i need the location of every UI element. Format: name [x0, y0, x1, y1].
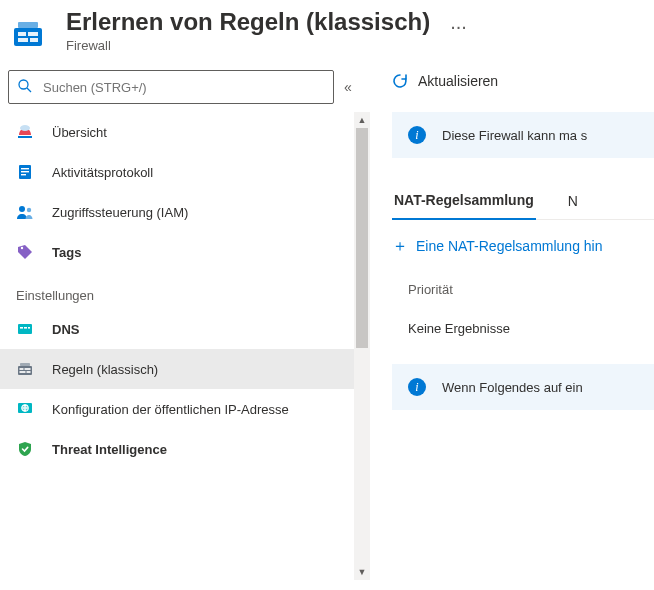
svg-rect-3 — [28, 32, 38, 36]
sidebar-group-settings: Einstellungen — [0, 272, 370, 309]
svg-rect-25 — [27, 371, 31, 373]
resource-type-subtitle: Firewall — [66, 38, 430, 53]
add-nat-rule-collection-button[interactable]: ＋ Eine NAT-Regelsammlung hin — [392, 238, 654, 254]
more-actions-button[interactable]: ··· — [440, 8, 477, 44]
tags-icon — [16, 243, 34, 261]
threat-intelligence-icon — [16, 440, 34, 458]
rule-collection-tabs: NAT-Regelsammlung N — [392, 192, 654, 220]
menu-search[interactable] — [8, 70, 334, 104]
svg-rect-12 — [21, 174, 26, 175]
search-icon — [17, 78, 33, 97]
svg-rect-11 — [21, 171, 29, 172]
scrollbar-thumb[interactable] — [356, 128, 368, 348]
tab-next-rule-collection[interactable]: N — [566, 193, 580, 219]
sidebar-item-label: Regeln (klassisch) — [52, 362, 158, 377]
info-banner-conditional: i Wenn Folgendes auf ein — [392, 364, 654, 410]
svg-rect-19 — [28, 327, 30, 329]
svg-rect-16 — [18, 324, 32, 334]
add-nat-label: Eine NAT-Regelsammlung hin — [416, 238, 603, 254]
sidebar-item-label: Konfiguration der öffentlichen IP-Adress… — [52, 402, 289, 417]
sidebar-item-label: Zugriffssteuerung (IAM) — [52, 205, 188, 220]
plus-icon: ＋ — [392, 238, 408, 254]
sidebar-item-rules-classic[interactable]: Regeln (klassisch) — [0, 349, 370, 389]
sidebar-item-label: Tags — [52, 245, 81, 260]
svg-point-6 — [19, 80, 28, 89]
svg-rect-22 — [20, 368, 24, 370]
info-banner-text-2: Wenn Folgendes auf ein — [442, 380, 583, 395]
tab-nat-rule-collection[interactable]: NAT-Regelsammlung — [392, 192, 536, 220]
sidebar-item-dns[interactable]: DNS — [0, 309, 370, 349]
refresh-label: Aktualisieren — [418, 73, 498, 89]
svg-rect-1 — [18, 22, 38, 28]
svg-point-14 — [27, 208, 31, 212]
no-results-text: Keine Ergebnisse — [392, 321, 654, 336]
svg-rect-17 — [20, 327, 23, 329]
info-icon: i — [408, 378, 426, 396]
iam-icon — [16, 203, 34, 221]
svg-rect-21 — [20, 363, 30, 366]
sidebar-item-iam[interactable]: Zugriffssteuerung (IAM) — [0, 192, 370, 232]
sidebar-item-tags[interactable]: Tags — [0, 232, 370, 272]
sidebar-item-label: Threat Intelligence — [52, 442, 167, 457]
svg-rect-4 — [18, 38, 28, 42]
info-icon: i — [408, 126, 426, 144]
info-banner-manageable: i Diese Firewall kann ma s — [392, 112, 654, 158]
svg-point-8 — [20, 125, 30, 131]
svg-rect-0 — [14, 28, 42, 46]
sidebar-item-public-ip-config[interactable]: Konfiguration der öffentlichen IP-Adress… — [0, 389, 370, 429]
svg-rect-23 — [25, 368, 31, 370]
public-ip-icon — [16, 400, 34, 418]
sidebar-scrollbar[interactable]: ▲ ▼ — [354, 112, 370, 580]
svg-rect-5 — [30, 38, 38, 42]
svg-point-13 — [19, 206, 25, 212]
info-banner-text: Diese Firewall kann ma s — [442, 128, 587, 143]
sidebar-item-label: Übersicht — [52, 125, 107, 140]
sidebar-item-label: DNS — [52, 322, 79, 337]
svg-rect-2 — [18, 32, 26, 36]
firewall-resource-icon — [8, 14, 48, 54]
refresh-icon — [392, 73, 408, 89]
refresh-button[interactable]: Aktualisieren — [392, 73, 498, 89]
scrollbar-up-button[interactable]: ▲ — [354, 112, 370, 128]
sidebar-item-label: Aktivitätsprotokoll — [52, 165, 153, 180]
svg-rect-18 — [24, 327, 27, 329]
overview-icon — [16, 123, 34, 141]
sidebar-item-threat-intelligence[interactable]: Threat Intelligence — [0, 429, 370, 469]
svg-rect-10 — [21, 168, 29, 169]
sidebar-item-overview[interactable]: Übersicht — [0, 112, 370, 152]
scrollbar-down-button[interactable]: ▼ — [354, 564, 370, 580]
column-header-priority: Priorität — [392, 282, 654, 297]
collapse-menu-button[interactable]: « — [334, 79, 362, 95]
svg-rect-24 — [20, 371, 26, 373]
svg-point-15 — [21, 247, 23, 249]
activity-log-icon — [16, 163, 34, 181]
page-title: Erlernen von Regeln (klassisch) — [66, 8, 430, 36]
svg-rect-20 — [18, 366, 32, 375]
svg-line-7 — [27, 88, 31, 92]
sidebar-item-activity-log[interactable]: Aktivitätsprotokoll — [0, 152, 370, 192]
dns-icon — [16, 320, 34, 338]
search-input[interactable] — [41, 79, 325, 96]
firewall-rules-icon — [16, 360, 34, 378]
